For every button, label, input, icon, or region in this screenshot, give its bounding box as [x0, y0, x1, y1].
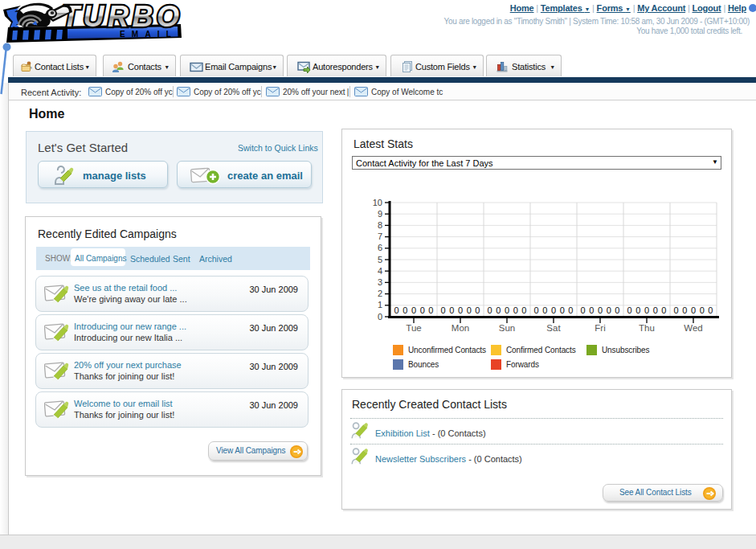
- svg-text:Confirmed Contacts: Confirmed Contacts: [506, 346, 576, 354]
- svg-text:6: 6: [378, 243, 382, 252]
- svg-text:0: 0: [635, 305, 640, 315]
- svg-text:Sun: Sun: [499, 323, 515, 333]
- svg-text:Tue: Tue: [406, 323, 421, 333]
- svg-text:Unconfirmed Contacts: Unconfirmed Contacts: [408, 346, 486, 354]
- svg-text:Unsubscribes: Unsubscribes: [602, 346, 649, 354]
- svg-text:0: 0: [475, 305, 480, 315]
- svg-text:2: 2: [378, 289, 382, 298]
- svg-text:0: 0: [420, 305, 425, 315]
- svg-text:0: 0: [644, 305, 649, 315]
- svg-text:0: 0: [708, 305, 713, 315]
- svg-text:0: 0: [598, 305, 603, 315]
- svg-text:0: 0: [661, 305, 666, 315]
- svg-text:7: 7: [378, 231, 382, 241]
- svg-text:3: 3: [378, 277, 382, 287]
- svg-text:8: 8: [378, 220, 382, 230]
- svg-text:0: 0: [581, 305, 586, 315]
- svg-text:9: 9: [378, 209, 382, 219]
- svg-text:0: 0: [411, 305, 416, 315]
- svg-text:4: 4: [378, 266, 382, 276]
- svg-text:Forwards: Forwards: [506, 360, 539, 369]
- svg-text:0: 0: [674, 305, 679, 315]
- svg-text:0: 0: [496, 305, 501, 315]
- svg-text:0: 0: [691, 305, 696, 315]
- svg-text:Fri: Fri: [595, 323, 605, 333]
- svg-text:Wed: Wed: [684, 323, 702, 333]
- svg-text:0: 0: [542, 305, 547, 315]
- svg-text:10: 10: [373, 198, 382, 207]
- svg-text:0: 0: [449, 305, 454, 315]
- svg-text:0: 0: [568, 305, 573, 315]
- svg-text:0: 0: [505, 305, 509, 315]
- svg-text:0: 0: [615, 305, 619, 315]
- svg-text:Mon: Mon: [452, 323, 469, 333]
- svg-text:0: 0: [653, 305, 658, 315]
- svg-text:0: 0: [589, 305, 594, 315]
- svg-text:0: 0: [560, 305, 565, 315]
- svg-text:TURBO: TURBO: [62, 0, 183, 33]
- svg-text:5: 5: [378, 255, 382, 264]
- svg-text:0: 0: [513, 305, 518, 315]
- svg-text:0: 0: [627, 305, 632, 315]
- svg-text:0: 0: [428, 305, 433, 315]
- svg-text:0: 0: [682, 305, 687, 315]
- svg-text:0: 0: [378, 312, 382, 322]
- svg-text:0: 0: [458, 305, 463, 315]
- svg-text:1: 1: [378, 300, 382, 309]
- svg-text:0: 0: [700, 305, 705, 315]
- svg-text:0: 0: [467, 305, 472, 315]
- svg-text:0: 0: [441, 305, 446, 315]
- svg-text:Bounces: Bounces: [408, 360, 439, 369]
- svg-text:0: 0: [403, 305, 407, 315]
- svg-text:0: 0: [607, 305, 611, 315]
- svg-text:0: 0: [521, 305, 526, 315]
- svg-text:Sat: Sat: [546, 323, 561, 333]
- svg-text:Thu: Thu: [639, 323, 655, 333]
- svg-text:0: 0: [488, 305, 492, 315]
- svg-text:0: 0: [394, 305, 399, 315]
- svg-text:0: 0: [534, 305, 539, 315]
- svg-text:0: 0: [551, 305, 556, 315]
